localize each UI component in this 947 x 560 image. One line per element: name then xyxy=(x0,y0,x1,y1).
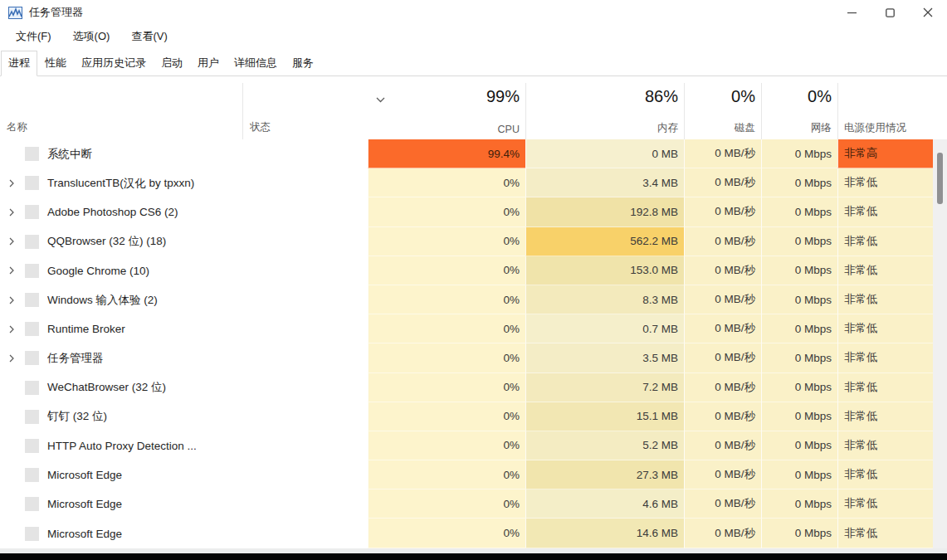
process-status-cell xyxy=(242,314,368,343)
memory-value: 5.2 MB xyxy=(525,431,684,460)
chevron-right-icon[interactable] xyxy=(6,179,17,187)
column-header-disk[interactable]: 0%磁盘 xyxy=(684,83,761,139)
process-name-cell: 任务管理器 xyxy=(0,343,242,373)
column-header-power[interactable]: 电源使用情况 xyxy=(837,83,933,139)
disk-value: 0 MB/秒 xyxy=(684,227,761,256)
network-value: 0 Mbps xyxy=(761,285,837,314)
chevron-right-icon[interactable] xyxy=(6,354,17,363)
disk-value: 0 MB/秒 xyxy=(684,343,761,373)
process-list: 系统中断99.4%0 MB0 MB/秒0 Mbps非常高TranslucentT… xyxy=(0,139,947,548)
process-row[interactable]: Adobe Photoshop CS6 (2)0%192.8 MB0 MB/秒0… xyxy=(0,197,947,226)
column-header-mem[interactable]: 86%内存 xyxy=(525,83,684,139)
process-row[interactable]: TranslucentTB(汉化 by tpxxn)0%3.4 MB0 MB/秒… xyxy=(0,168,947,197)
menu-item-0[interactable]: 文件(F) xyxy=(8,26,59,47)
memory-value: 14.6 MB xyxy=(525,519,684,548)
process-name-cell: Google Chrome (10) xyxy=(0,256,242,285)
process-name-cell: Runtime Broker xyxy=(0,314,242,343)
cpu-value: 0% xyxy=(368,227,525,256)
column-label-cpu: CPU xyxy=(498,124,520,135)
column-header-name[interactable]: 名称 xyxy=(0,83,242,139)
process-name: 任务管理器 xyxy=(47,351,104,366)
process-name-cell: 钉钉 (32 位) xyxy=(0,402,242,431)
column-percent-disk: 0% xyxy=(731,86,755,106)
tab-应用历史记录[interactable]: 应用历史记录 xyxy=(74,51,154,76)
process-name-cell: HTTP Auto Proxy Detection ... xyxy=(0,431,242,460)
process-row[interactable]: Windows 输入体验 (2)0%8.3 MB0 MB/秒0 Mbps非常低 xyxy=(0,285,947,314)
process-row[interactable]: QQBrowser (32 位) (18)0%562.2 MB0 MB/秒0 M… xyxy=(0,227,947,256)
chevron-right-icon[interactable] xyxy=(6,208,17,217)
tab-服务[interactable]: 服务 xyxy=(285,51,321,76)
process-name: HTTP Auto Proxy Detection ... xyxy=(47,440,197,452)
close-button[interactable] xyxy=(909,0,947,25)
process-name: TranslucentTB(汉化 by tpxxn) xyxy=(47,176,194,191)
process-row[interactable]: Microsoft Edge0%27.3 MB0 MB/秒0 Mbps非常低 xyxy=(0,460,947,489)
memory-value: 7.2 MB xyxy=(525,373,684,402)
chevron-right-icon[interactable] xyxy=(6,325,17,334)
process-row[interactable]: Runtime Broker0%0.7 MB0 MB/秒0 Mbps非常低 xyxy=(0,314,947,343)
titlebar: 任务管理器 xyxy=(0,0,947,25)
tab-用户[interactable]: 用户 xyxy=(190,51,227,76)
disk-value: 0 MB/秒 xyxy=(684,402,761,431)
process-row[interactable]: 任务管理器0%3.5 MB0 MB/秒0 Mbps非常低 xyxy=(0,343,947,373)
process-name-cell: WeChatBrowser (32 位) xyxy=(0,373,242,402)
scrollbar-thumb[interactable] xyxy=(937,153,943,204)
process-name-cell: QQBrowser (32 位) (18) xyxy=(0,227,242,256)
minimize-button[interactable] xyxy=(832,0,871,25)
tab-启动[interactable]: 启动 xyxy=(154,51,190,76)
power-usage-value: 非常低 xyxy=(837,519,933,548)
column-header-net[interactable]: 0%网络 xyxy=(761,83,837,139)
minimize-icon xyxy=(847,8,857,17)
table-header: 名称 状态 99%CPU86%内存0%磁盘0%网络电源使用情况 xyxy=(0,83,947,139)
name-column-label: 名称 xyxy=(7,120,27,134)
disk-value: 0 MB/秒 xyxy=(684,168,761,197)
cpu-value: 0% xyxy=(368,343,525,373)
menu-item-1[interactable]: 选项(O) xyxy=(66,26,118,47)
disk-value: 0 MB/秒 xyxy=(684,489,761,519)
process-row[interactable]: 系统中断99.4%0 MB0 MB/秒0 Mbps非常高 xyxy=(0,139,947,168)
disk-value: 0 MB/秒 xyxy=(684,197,761,226)
process-icon xyxy=(25,497,39,511)
process-row[interactable]: 钉钉 (32 位)0%15.1 MB0 MB/秒0 Mbps非常低 xyxy=(0,402,947,431)
memory-value: 3.5 MB xyxy=(525,343,684,373)
process-row[interactable]: Microsoft Edge0%14.6 MB0 MB/秒0 Mbps非常低 xyxy=(0,519,947,548)
process-row[interactable]: WeChatBrowser (32 位)0%7.2 MB0 MB/秒0 Mbps… xyxy=(0,373,947,402)
network-value: 0 Mbps xyxy=(761,256,837,285)
task-manager-icon xyxy=(8,7,22,19)
process-row[interactable]: Microsoft Edge0%4.6 MB0 MB/秒0 Mbps非常低 xyxy=(0,489,947,519)
process-row[interactable]: HTTP Auto Proxy Detection ...0%5.2 MB0 M… xyxy=(0,431,947,460)
process-name: QQBrowser (32 位) (18) xyxy=(47,234,166,249)
column-header-cpu[interactable]: 99%CPU xyxy=(368,83,525,139)
process-status-cell xyxy=(242,519,368,548)
maximize-button[interactable] xyxy=(871,0,909,25)
power-usage-value: 非常低 xyxy=(837,343,933,373)
process-status-cell xyxy=(242,256,368,285)
process-name: Windows 输入体验 (2) xyxy=(47,293,158,308)
process-name: Microsoft Edge xyxy=(47,528,122,540)
chevron-right-icon[interactable] xyxy=(6,296,17,304)
cpu-value: 0% xyxy=(368,256,525,285)
column-header-status[interactable]: 状态 xyxy=(242,83,368,139)
process-icon xyxy=(25,264,39,278)
network-value: 0 Mbps xyxy=(761,139,837,168)
chevron-right-icon[interactable] xyxy=(6,266,17,275)
menu-item-2[interactable]: 查看(V) xyxy=(124,26,174,47)
process-name-cell: Microsoft Edge xyxy=(0,519,242,548)
memory-value: 192.8 MB xyxy=(525,197,684,226)
column-label-net: 网络 xyxy=(811,121,832,135)
network-value: 0 Mbps xyxy=(761,402,837,431)
process-icon xyxy=(25,322,39,336)
column-percent-cpu: 99% xyxy=(486,86,520,106)
power-usage-value: 非常低 xyxy=(837,197,933,226)
window-bottom-edge xyxy=(0,548,947,553)
process-status-cell xyxy=(242,431,368,460)
memory-value: 0.7 MB xyxy=(525,314,684,343)
chevron-right-icon[interactable] xyxy=(6,237,17,246)
tab-性能[interactable]: 性能 xyxy=(37,51,74,76)
vertical-scrollbar[interactable] xyxy=(933,139,947,548)
process-row[interactable]: Google Chrome (10)0%153.0 MB0 MB/秒0 Mbps… xyxy=(0,256,947,285)
tab-详细信息[interactable]: 详细信息 xyxy=(227,51,285,76)
memory-value: 562.2 MB xyxy=(525,227,684,256)
tab-进程[interactable]: 进程 xyxy=(1,51,37,76)
cpu-value: 0% xyxy=(368,402,525,431)
cpu-value: 0% xyxy=(368,197,525,226)
